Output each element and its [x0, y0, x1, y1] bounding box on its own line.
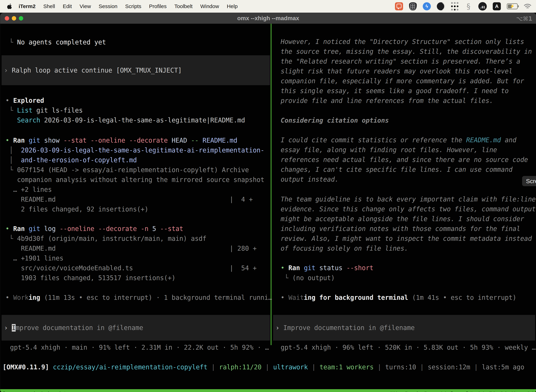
text-segment: 4b9d30f (origin/main, instructkr/main, m… [17, 235, 206, 242]
close-button[interactable] [5, 16, 9, 21]
text-segment: | [470, 363, 482, 371]
text-segment: 1903 files changed, 513517 insertions(+) [5, 274, 176, 282]
shield-grid-icon[interactable] [409, 2, 417, 10]
menu-item-session[interactable]: Session [95, 3, 121, 9]
text-segment: 067f154 (HEAD -> essay/ai-reimplementati… [17, 166, 249, 174]
terminal-line: • Waiting for background terminal (1m 41… [281, 293, 516, 303]
dot [451, 9, 453, 10]
menu-item-window[interactable]: Window [196, 3, 223, 9]
text-segment: changes, I can't cite specific file line… [281, 166, 513, 173]
text-segment: | 280 + [56, 245, 257, 252]
text-segment: Ralph loop active continue [OMX_TMUX_INJ… [12, 67, 182, 74]
menu-item-iterm2[interactable]: iTerm2 [15, 3, 39, 9]
text-segment: --stat [160, 225, 183, 233]
terminal-line: Considering citation options [281, 116, 389, 125]
text-segment: I could cite commit statistics or refere… [281, 136, 466, 144]
menu-item-view[interactable]: View [76, 3, 95, 9]
text-segment: Explored [13, 97, 44, 104]
text-segment: [OMX#0.11.9] [3, 363, 49, 371]
text-segment: (11m 13s • esc to interrupt) · 1 backgro… [40, 294, 272, 301]
terminal-line: └ 4b9d30f (origin/main, instructkr/main,… [5, 234, 206, 244]
text-segment: Improve documentation in @filename [283, 324, 415, 331]
text-segment: slight risk that future readers may over… [281, 67, 513, 75]
text-segment: --stat --oneline --decorate [63, 137, 168, 144]
text-segment: git ls-files [33, 107, 83, 114]
terminal-line: [OMX#0.11.9] cczip/essay/ai-reimplementa… [3, 362, 524, 372]
text-segment: HEAD [168, 137, 191, 144]
terminal-line: • Ran git status --short [281, 263, 373, 273]
terminal-line: … +2 lines [5, 185, 52, 195]
text-segment: └ [281, 274, 292, 282]
text-segment: › [4, 67, 12, 74]
terminal-line: └ (no output) [281, 273, 335, 283]
terminal-line: README.md | 4 + [5, 195, 253, 205]
text-segment: output instead. [281, 176, 339, 183]
text-segment: • [281, 294, 288, 301]
text-segment: (no output) [292, 274, 335, 282]
terminal-line: the "Related research writing" section i… [281, 56, 520, 66]
apple-icon[interactable] [7, 3, 12, 9]
terminal-line: 2 files changed, 92 insertions(+) [5, 205, 148, 214]
menu-item-scripts[interactable]: Scripts [121, 3, 145, 9]
dots-grid-icon[interactable] [451, 2, 459, 11]
zoom-button[interactable] [19, 16, 23, 21]
text-segment: Ran [288, 264, 300, 272]
countdown-61-icon[interactable]: ..61 [478, 2, 487, 10]
text-segment: gpt-5.4 xhigh · main · 91% left · 2.31M … [10, 344, 269, 351]
text-segment [25, 137, 29, 144]
icon-glyph: ⚡ [510, 4, 515, 9]
text-segment: Work [13, 294, 29, 301]
menu-item-profiles[interactable]: Profiles [145, 3, 170, 9]
squiggle-icon[interactable]: § [464, 2, 472, 11]
text-segment: status [316, 264, 346, 272]
input-source-a-icon[interactable]: A [493, 2, 501, 10]
text-segment: I [12, 324, 16, 331]
prompt-input-left[interactable]: › Improve documentation in @filename [2, 315, 270, 341]
chat-app-icon[interactable] [395, 2, 403, 10]
text-segment: session:12m [428, 363, 470, 371]
text-segment: including verification notes with those … [281, 225, 520, 233]
text-segment: README.md [5, 245, 56, 252]
terminal-line: changes, I can't cite specific file line… [281, 165, 513, 175]
text-segment: ralph:11/20 [219, 363, 262, 371]
moon-icon[interactable] [437, 2, 445, 10]
battery-icon[interactable]: ⚡ [507, 3, 518, 9]
text-segment: No agents completed yet [17, 38, 106, 46]
wifi-icon[interactable] [524, 2, 531, 11]
text-segment: | [207, 363, 219, 371]
text-segment: ing for background terminal [304, 294, 408, 301]
text-segment: Ran [13, 225, 25, 233]
text-segment: companion file, especially if more comme… [281, 77, 524, 85]
terminal-line: └ 067f154 (HEAD -> essay/ai-reimplementa… [5, 165, 249, 175]
ralph-loop-message-box: › Ralph loop active continue [OMX_TMUX_I… [2, 55, 270, 85]
menu-item-edit[interactable]: Edit [59, 3, 76, 9]
text-segment: Search [17, 117, 40, 124]
prompt-input-right[interactable]: › Improve documentation in @filename [273, 315, 535, 341]
text-segment: the "Related research writing" section i… [281, 58, 520, 65]
terminal-line: might be acceptable alongside the file l… [281, 214, 524, 224]
text-segment: › [4, 324, 12, 331]
terminal-line: … +1901 lines [5, 253, 63, 263]
terminal-line: I could cite commit statistics or refere… [281, 135, 516, 145]
text-segment: | [416, 363, 428, 371]
tmux-session-label: [omx-cczip0:bash* [2, 391, 67, 392]
menu-item-toolbelt[interactable]: Toolbelt [171, 3, 196, 9]
menu-item-shell[interactable]: Shell [39, 3, 59, 9]
text-segment: log [40, 225, 60, 233]
apple-logo-svg [7, 3, 12, 9]
screen-share-tooltip: Scre [522, 176, 536, 186]
minimize-button[interactable] [12, 16, 16, 21]
terminal-line: • Explored [5, 96, 44, 106]
menu-item-help[interactable]: Help [223, 3, 242, 9]
menu-items: iTerm2ShellEditViewSessionScriptsProfile… [15, 3, 241, 9]
tmux-host-clock: "MacBook-Pro-44.local" 04:52 31-Mar-26 [389, 391, 534, 392]
blue-bolt-badge-icon[interactable]: ϟ [423, 2, 431, 10]
terminal-line: README.md | 280 + [5, 244, 257, 253]
text-segment: this single essay, it seems like a good … [281, 87, 509, 95]
text-segment: and-the-erosion-of-copyleft.md [21, 156, 137, 164]
text-segment: › [276, 324, 283, 331]
macos-menu-bar: iTerm2ShellEditViewSessionScriptsProfile… [0, 0, 536, 13]
text-segment: (1m 41s • esc to interrupt) [408, 294, 516, 301]
text-segment: git [304, 264, 316, 272]
text-segment: Wait [288, 294, 304, 301]
